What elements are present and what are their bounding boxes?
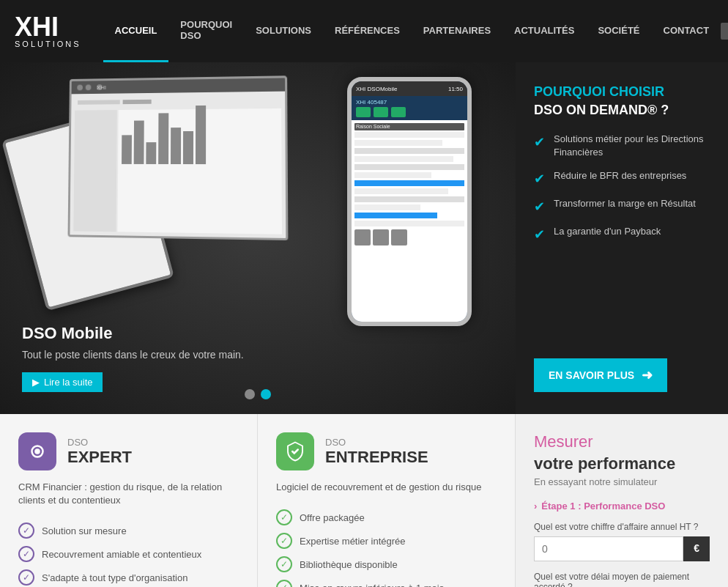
check-circle-3: ✓ <box>18 569 34 586</box>
etape-label: Étape 1 : Performance DSO <box>541 501 665 512</box>
chiffre-affaire-input[interactable] <box>534 536 683 561</box>
svg-point-1 <box>34 448 40 454</box>
nav-pourquoi-dso[interactable]: POURQUOI DSO <box>168 0 244 62</box>
dso-entreprise-icon <box>276 432 314 470</box>
feature-text-3: Transformer la marge en Résultat <box>554 197 696 210</box>
check-icon-4: ✔ <box>534 226 545 243</box>
carousel-dot-1[interactable] <box>245 389 255 399</box>
pourquoi-title: POURQUOI CHOISIR <box>534 84 710 100</box>
shield-ring-icon <box>26 440 48 462</box>
check-circle-g3: ✓ <box>276 556 292 572</box>
hero-text: DSO Mobile Tout le poste clients dans le… <box>22 324 244 392</box>
en-savoir-plus-button[interactable]: EN SAVOIR PLUS ➜ <box>534 358 667 392</box>
list-item: ✓ Solution sur mesure <box>18 519 239 542</box>
nav-accueil[interactable]: ACCUEIL <box>103 0 169 62</box>
etape-arrow: › <box>534 501 537 512</box>
check-circle-1: ✓ <box>18 523 34 539</box>
list-item: ✓ Bibliothèque disponible <box>276 553 497 576</box>
hero-right: POURQUOI CHOISIR DSO ON DEMAND® ? ✔ Solu… <box>516 62 728 414</box>
mesurer-column: Mesurer votre performance En essayant no… <box>516 414 728 587</box>
shield-check-icon <box>284 440 306 462</box>
dso-expert-description: CRM Financier : gestion du risque, de la… <box>18 481 239 507</box>
check-circle-g1: ✓ <box>276 509 292 525</box>
en-savoir-label: EN SAVOIR PLUS <box>549 369 634 381</box>
logo-sub: SOLUTIONS <box>15 40 81 48</box>
etape-link[interactable]: › Étape 1 : Performance DSO <box>534 501 710 512</box>
dso-expert-icon <box>18 432 56 470</box>
hero-link-label: Lire la suite <box>44 377 92 388</box>
laptop-mockup: XHI <box>68 75 289 240</box>
feature-item-3: ✔ Transformer la marge en Résultat <box>534 197 710 215</box>
check-icon-1: ✔ <box>534 134 545 150</box>
hero-title: DSO Mobile <box>22 324 244 343</box>
mesurer-desc: En essayant notre simulateur <box>534 476 710 487</box>
delai-paiement-label: Quel est votre délai moyen de paiement a… <box>534 572 710 587</box>
phone-content: Raison Sociale <box>352 120 467 322</box>
language-button[interactable]: Fr <box>721 23 728 40</box>
dso-expert-title-block: DSO EXPERT <box>67 437 132 467</box>
check-circle-g2: ✓ <box>276 533 292 549</box>
main-content: DSO EXPERT CRM Financier : gestion du ri… <box>0 414 728 587</box>
dso-entreprise-description: Logiciel de recouvrement et de gestion d… <box>276 481 497 494</box>
feature-item-2: ✔ Réduire le BFR des entreprises <box>534 169 710 187</box>
list-item: ✓ S'adapte à tout type d'organisation <box>18 566 239 587</box>
check-icon-3: ✔ <box>534 199 545 215</box>
hero-subtitle: Tout le poste clients dans le creux de v… <box>22 349 244 361</box>
feature-text-4: La garantie d'un Payback <box>554 225 661 238</box>
nav-solutions[interactable]: SOLUTIONS <box>244 0 323 62</box>
logo-main: XHI <box>15 12 59 42</box>
euro-suffix: € <box>683 536 710 561</box>
main-nav: ACCUEIL POURQUOI DSO SOLUTIONS RÉFÉRENCE… <box>103 0 721 62</box>
list-item: ✓ Mise en œuvre inférieure à 1 mois <box>276 576 497 587</box>
check-circle-g4: ✓ <box>276 580 292 587</box>
chart-bars <box>118 108 281 168</box>
list-item: ✓ Offre packagée <box>276 506 497 529</box>
hero-left: XHI <box>0 62 516 414</box>
nav-societe[interactable]: SOCIÉTÉ <box>586 0 651 62</box>
carousel-dots <box>245 389 271 399</box>
dso-expert-header: DSO EXPERT <box>18 432 239 470</box>
laptop-screen-body <box>70 92 286 238</box>
check-circle-2: ✓ <box>18 546 34 562</box>
dso-expert-column: DSO EXPERT CRM Financier : gestion du ri… <box>0 414 258 587</box>
carousel-dot-2[interactable] <box>261 389 271 399</box>
list-item: ✓ Expertise métier intégrée <box>276 529 497 553</box>
logo: XHI SOLUTIONS <box>15 14 81 48</box>
hero-read-more-link[interactable]: ▶ Lire la suite <box>22 372 103 392</box>
feature-item-1: ✔ Solutions métier pour les Directions F… <box>534 133 710 159</box>
nav-contact[interactable]: CONTACT <box>652 0 721 62</box>
dso-entreprise-column: DSO ENTREPRISE Logiciel de recouvrement … <box>258 414 516 587</box>
list-item: ✓ Recouvrement amiable et contentieux <box>18 542 239 566</box>
header-right: Fr <box>721 18 728 45</box>
dso-entreprise-title-block: DSO ENTREPRISE <box>325 437 428 467</box>
laptop-screen: XHI <box>70 78 286 238</box>
dso-expert-list: ✓ Solution sur mesure ✓ Recouvrement ami… <box>18 519 239 587</box>
feature-text-2: Réduire le BFR des entreprises <box>554 169 686 182</box>
mesurer-title: Mesurer <box>534 432 710 451</box>
nav-actualites[interactable]: ACTUALITÉS <box>502 0 586 62</box>
pourquoi-subtitle: DSO ON DEMAND® ? <box>534 103 710 118</box>
chiffre-affaire-row: € <box>534 536 710 561</box>
dso-entreprise-title: ENTREPRISE <box>325 448 428 467</box>
feature-item-4: ✔ La garantie d'un Payback <box>534 225 710 243</box>
dso-entreprise-header: DSO ENTREPRISE <box>276 432 497 470</box>
nav-references[interactable]: RÉFÉRENCES <box>323 0 412 62</box>
check-icon-2: ✔ <box>534 171 545 187</box>
dso-expert-label: DSO <box>67 437 132 448</box>
phone-screen: XHI DSOMobile 11:50 XHI 405487 Raison So… <box>352 81 467 322</box>
chiffre-affaire-label: Quel est votre chiffre d'affaire annuel … <box>534 522 710 532</box>
dso-entreprise-list: ✓ Offre packagée ✓ Expertise métier inté… <box>276 506 497 587</box>
dso-expert-title: EXPERT <box>67 448 132 467</box>
feature-text-1: Solutions métier pour les Directions Fin… <box>554 133 710 159</box>
mesurer-subtitle: votre performance <box>534 454 710 473</box>
arrow-right-icon: ▶ <box>32 377 40 388</box>
header: XHI SOLUTIONS ACCUEIL POURQUOI DSO SOLUT… <box>0 0 728 62</box>
arrow-right-icon-btn: ➜ <box>642 367 653 383</box>
dso-entreprise-label: DSO <box>325 437 428 448</box>
hero-section: XHI <box>0 62 728 414</box>
phone-mockup: XHI DSOMobile 11:50 XHI 405487 Raison So… <box>347 77 472 326</box>
nav-partenaires[interactable]: PARTENAIRES <box>412 0 502 62</box>
phone-status-bar: XHI DSOMobile 11:50 <box>352 81 467 96</box>
